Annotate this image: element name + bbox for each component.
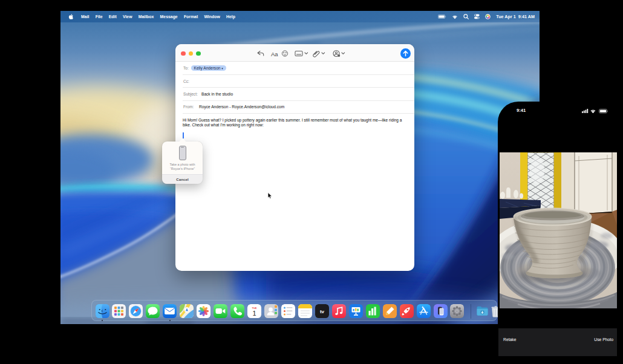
svg-text:1: 1 (252, 310, 256, 317)
svg-text:tv: tv (320, 309, 325, 314)
svg-text:Aa: Aa (271, 51, 278, 57)
